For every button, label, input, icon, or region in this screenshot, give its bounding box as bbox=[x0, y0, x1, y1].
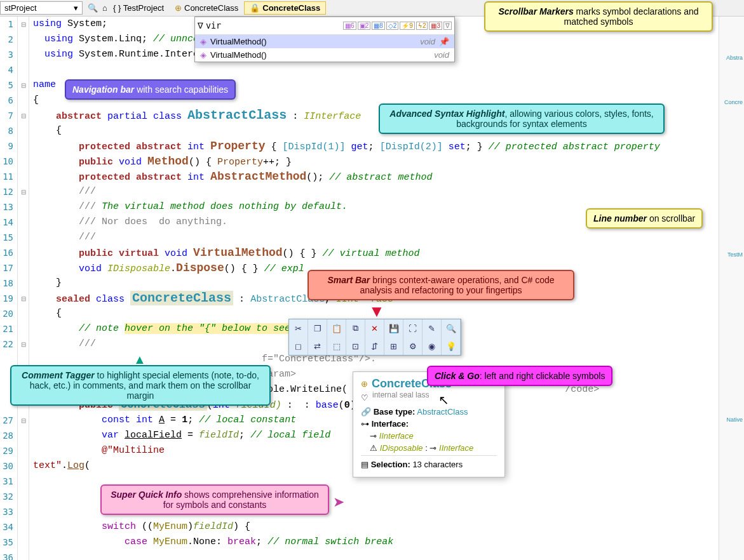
lightbulb-icon[interactable]: 💡 bbox=[442, 337, 461, 355]
copy-icon[interactable]: ❐ bbox=[308, 319, 327, 337]
method-icon: ◈ bbox=[200, 37, 206, 46]
filter-badges[interactable]: ▦6 ▣2 ▦8 ◇2 ⚡9 ϟ2 ▦3 ∇ bbox=[343, 22, 452, 30]
action-icon[interactable]: ⚙ bbox=[403, 337, 423, 355]
callout-quickinfo: Super Quick Info shows comprehensive inf… bbox=[100, 484, 329, 515]
smart-bar: ✂ ❐ 📋 ⧉ ✕ 💾 ⛶ ✎ 🔍 ◻ ⇄ ⬚ ⊡ ⇵ ⊞ ⚙ ◉ 💡 bbox=[288, 319, 461, 356]
action-icon[interactable]: ⇵ bbox=[365, 337, 384, 355]
format-icon[interactable]: ✎ bbox=[423, 319, 442, 337]
heart-icon: ♡ bbox=[361, 393, 369, 403]
callout-tagger: Comment Tagger to highlight special elem… bbox=[10, 365, 271, 406]
callout-scrollbar-markers: Scrollbar Markers marks symbol declarati… bbox=[484, 1, 713, 32]
breadcrumb[interactable]: { } TestProject bbox=[113, 3, 164, 13]
chevron-down-icon: ▾ bbox=[74, 3, 78, 13]
search-icon[interactable]: 🔍 bbox=[88, 3, 97, 13]
scroll-marker[interactable]: Abstra bbox=[726, 55, 743, 61]
filter-icon[interactable]: ∇ bbox=[198, 21, 203, 30]
project-dropdown[interactable]: stProject ▾ bbox=[0, 1, 83, 15]
class-icon: ⊕ bbox=[361, 379, 368, 389]
delete-icon[interactable]: ✕ bbox=[365, 319, 384, 337]
callout-navbar: Navigation bar with search capabilities bbox=[65, 79, 236, 100]
fold-gutter[interactable]: ⊟⊟⊟⊟⊟⊟⊟ bbox=[18, 17, 29, 560]
line-gutter: 1234567891011121314151617181920212227282… bbox=[0, 17, 18, 560]
callout-clickgo: Click & Go: left and right clickable sym… bbox=[427, 366, 612, 386]
pin-icon[interactable]: 📌 bbox=[439, 37, 449, 46]
action-icon[interactable]: ◻ bbox=[289, 337, 308, 355]
nav-result-item[interactable]: ◈ VirtualMethod() void 📌 bbox=[195, 35, 454, 48]
scrollbar-margin[interactable]: Abstra Concre TestM Native bbox=[719, 17, 744, 560]
method-icon: ◈ bbox=[200, 50, 206, 60]
action-icon[interactable]: ⊞ bbox=[384, 337, 403, 355]
home-icon[interactable]: ⌂ bbox=[100, 3, 109, 13]
navbar-search-popup: ∇ ▦6 ▣2 ▦8 ◇2 ⚡9 ϟ2 ▦3 ∇ ◈ VirtualMethod… bbox=[194, 17, 455, 62]
action-icon[interactable]: ⊡ bbox=[346, 337, 365, 355]
navbar-search-input[interactable] bbox=[203, 20, 343, 32]
arrow-icon: ▼ bbox=[369, 302, 385, 321]
find-icon[interactable]: 🔍 bbox=[442, 319, 461, 337]
select-icon[interactable]: ⛶ bbox=[403, 319, 423, 337]
quick-info-popup: ⊕ ConcreteClass ♡ internal seal lass 🔗 B… bbox=[353, 371, 505, 477]
callout-smartbar: Smart Bar brings context-aware operation… bbox=[308, 270, 574, 300]
arrow-icon: ➤ bbox=[333, 494, 344, 510]
save-icon[interactable]: 💾 bbox=[384, 319, 403, 337]
action-icon[interactable]: ⬚ bbox=[327, 337, 346, 355]
tab-concreteclass-1[interactable]: ⊕ ConcreteClass bbox=[169, 1, 244, 15]
paste-icon[interactable]: 📋 bbox=[327, 319, 346, 337]
callout-linenum: Line number on scrollbar bbox=[586, 208, 703, 229]
duplicate-icon[interactable]: ⧉ bbox=[346, 319, 365, 337]
action-icon[interactable]: ◉ bbox=[423, 337, 442, 355]
scroll-marker[interactable]: TestM bbox=[727, 251, 743, 258]
scroll-marker[interactable]: Native bbox=[726, 417, 743, 423]
action-icon[interactable]: ⇄ bbox=[308, 337, 327, 355]
callout-syntax: Advanced Syntax Highlight, allowing vari… bbox=[379, 103, 665, 134]
class-icon: 🔒 bbox=[250, 3, 260, 13]
nav-result-item[interactable]: ◈ VirtualMethod() void bbox=[195, 48, 454, 62]
tab-concreteclass-2[interactable]: 🔒 ConcreteClass bbox=[244, 1, 326, 15]
class-icon: ⊕ bbox=[175, 3, 182, 13]
cursor-icon: ↖ bbox=[438, 392, 449, 408]
project-name: stProject bbox=[4, 3, 37, 13]
scroll-marker[interactable]: Concre bbox=[724, 99, 743, 105]
cut-icon[interactable]: ✂ bbox=[289, 319, 308, 337]
